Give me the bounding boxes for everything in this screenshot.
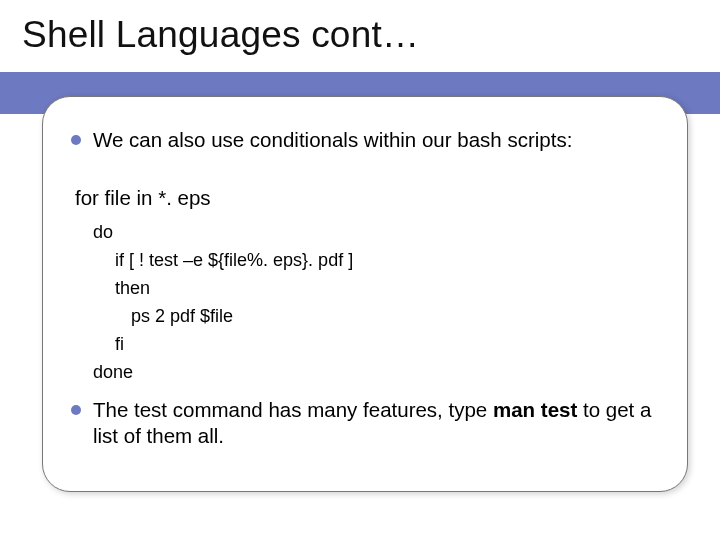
slide-title: Shell Languages cont… <box>22 14 419 56</box>
code-line: ps 2 pdf $file <box>93 303 659 331</box>
code-line: fi <box>93 331 659 359</box>
code-line: for file in *. eps <box>75 182 659 214</box>
bullet-text-1: We can also use conditionals within our … <box>93 127 572 154</box>
bullet-item-2: The test command has many features, type… <box>71 397 659 450</box>
bullet-text-2: The test command has many features, type… <box>93 397 659 450</box>
code-line: then <box>93 275 659 303</box>
code-line: done <box>93 359 659 387</box>
bullet-text-2a: The test command has many features, type <box>93 398 493 421</box>
code-line: do <box>93 219 659 247</box>
bullet-item-1: We can also use conditionals within our … <box>71 127 659 154</box>
code-line: if [ ! test –e ${file%. eps}. pdf ] <box>93 247 659 275</box>
content-card: We can also use conditionals within our … <box>42 96 688 492</box>
code-sub-block: do if [ ! test –e ${file%. eps}. pdf ] t… <box>93 219 659 386</box>
bullet-icon <box>71 405 81 415</box>
code-block: for file in *. eps do if [ ! test –e ${f… <box>75 182 659 387</box>
bullet-text-2-bold: man test <box>493 398 577 421</box>
bullet-icon <box>71 135 81 145</box>
